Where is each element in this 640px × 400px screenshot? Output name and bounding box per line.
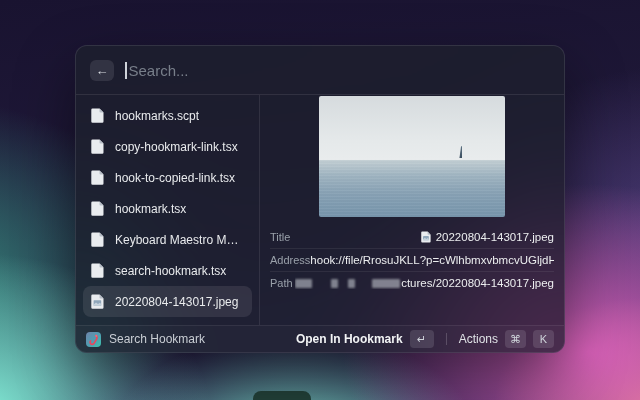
- primary-action-label: Open In Hookmark: [296, 332, 403, 346]
- metadata-label: Path: [270, 277, 293, 289]
- metadata-value: ctures/20220804-143017.jpeg: [401, 277, 554, 289]
- redacted-blur: [372, 279, 400, 288]
- document-icon: [91, 108, 104, 123]
- document-icon: [91, 232, 104, 247]
- command-key-icon: ⌘: [505, 330, 526, 348]
- actions-label: Actions: [459, 332, 498, 346]
- hookmark-app-icon: [86, 332, 101, 347]
- list-item[interactable]: Keyboard Maestro Macros.k...: [83, 224, 252, 255]
- list-item[interactable]: search-hookmark.tsx: [83, 255, 252, 286]
- primary-action-button[interactable]: Open In Hookmark ↵: [296, 330, 434, 348]
- document-icon: [91, 263, 104, 278]
- document-icon: [91, 139, 104, 154]
- metadata-label: Address: [270, 254, 310, 266]
- list-item-label: 20220804-143017.jpeg: [115, 295, 238, 309]
- back-arrow-icon: ←: [96, 63, 109, 78]
- text-caret: [125, 62, 127, 79]
- metadata-list: Title 20220804-143017.jpeg Address hook:…: [260, 226, 564, 294]
- image-file-icon: [91, 294, 104, 309]
- metadata-row-path: Path ctures/20220804-143017.jpeg: [270, 271, 554, 294]
- actions-menu-button[interactable]: Actions ⌘ K: [459, 330, 554, 348]
- list-item[interactable]: hookmarks.scpt: [83, 100, 252, 131]
- list-item-selected[interactable]: 20220804-143017.jpeg: [83, 286, 252, 317]
- command-title: Search Hookmark: [109, 332, 205, 346]
- preview-container: [260, 95, 564, 226]
- image-preview: [319, 96, 505, 217]
- list-item-label: search-hookmark.tsx: [115, 264, 226, 278]
- list-item-label: hook-to-copied-link.tsx: [115, 171, 235, 185]
- metadata-value-link[interactable]: hook://file/RrosuJKLL?p=cWlhbmxvbmcvUGlj…: [310, 254, 554, 266]
- dock-peek-element: [253, 391, 311, 400]
- document-icon: [91, 170, 104, 185]
- list-item-label: Keyboard Maestro Macros.k...: [115, 233, 244, 247]
- search-bar: ← Search...: [76, 46, 564, 94]
- metadata-value: 20220804-143017.jpeg: [436, 231, 554, 243]
- divider: [446, 333, 447, 345]
- hook-icon: [87, 333, 100, 346]
- search-input[interactable]: Search...: [129, 62, 189, 79]
- content-area: hookmarks.scpt copy-hookmark-link.tsx ho…: [76, 95, 564, 325]
- back-button[interactable]: ←: [90, 60, 114, 81]
- k-key-icon: K: [533, 330, 554, 348]
- redacted-blur: [348, 279, 355, 288]
- list-item[interactable]: package.json: [83, 317, 252, 325]
- document-icon: [91, 201, 104, 216]
- detail-panel: Title 20220804-143017.jpeg Address hook:…: [260, 95, 564, 325]
- image-file-icon: [421, 231, 431, 243]
- action-bar: Search Hookmark Open In Hookmark ↵ Actio…: [76, 326, 564, 352]
- metadata-row-title: Title 20220804-143017.jpeg: [270, 226, 554, 248]
- metadata-label: Title: [270, 231, 290, 243]
- preview-sky: [319, 96, 505, 160]
- redacted-blur: [331, 279, 338, 288]
- return-key-icon: ↵: [410, 330, 434, 348]
- result-list: hookmarks.scpt copy-hookmark-link.tsx ho…: [76, 95, 259, 325]
- list-item-label: copy-hookmark-link.tsx: [115, 140, 238, 154]
- redacted-blur: [295, 279, 312, 288]
- list-item[interactable]: hookmark.tsx: [83, 193, 252, 224]
- metadata-row-address: Address hook://file/RrosuJKLL?p=cWlhbmxv…: [270, 248, 554, 271]
- list-item-label: hookmark.tsx: [115, 202, 186, 216]
- preview-sea: [319, 160, 505, 217]
- list-item[interactable]: copy-hookmark-link.tsx: [83, 131, 252, 162]
- list-item-label: hookmarks.scpt: [115, 109, 199, 123]
- launcher-window: ← Search... hookmarks.scpt copy-hookmark…: [75, 45, 565, 353]
- list-item[interactable]: hook-to-copied-link.tsx: [83, 162, 252, 193]
